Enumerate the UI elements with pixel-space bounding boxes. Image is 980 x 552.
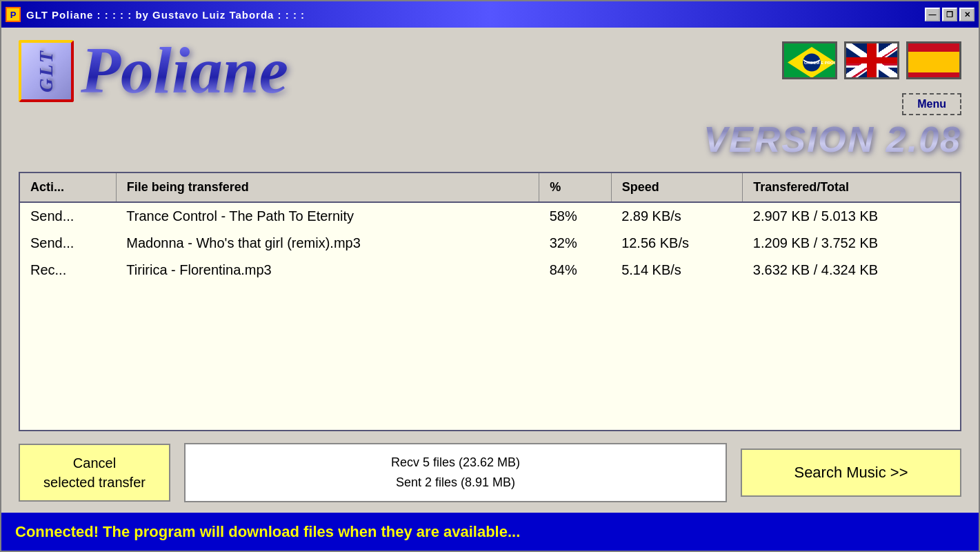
svg-rect-9 <box>869 43 879 79</box>
title-controls: — ❐ ✕ <box>925 8 974 21</box>
title-left: P GLT Poliane : : : : : by Gustavo Luiz … <box>6 7 305 22</box>
status-bar: Connected! The program will download fil… <box>1 513 979 551</box>
app-window: P GLT Poliane : : : : : by Gustavo Luiz … <box>0 0 980 552</box>
cell-speed: 5.14 KB/s <box>611 257 743 284</box>
cell-file: Tiririca - Florentina.mp3 <box>116 257 539 284</box>
svg-line-8 <box>846 43 899 79</box>
main-content: GLT Poliane ORDEM E PROGRESSO <box>1 28 979 513</box>
transfer-tbody: Send...Trance Control - The Path To Eter… <box>20 202 960 284</box>
svg-rect-11 <box>871 43 877 79</box>
cell-transferred: 3.632 KB / 4.324 KB <box>743 257 960 284</box>
cell-percent: 32% <box>539 230 611 257</box>
col-percent: % <box>539 173 611 202</box>
svg-rect-19 <box>930 58 932 67</box>
cell-speed: 12.56 KB/s <box>611 230 743 257</box>
search-music-button[interactable]: Search Music >> <box>741 448 961 497</box>
brazil-flag-button[interactable]: ORDEM E PROGRESSO <box>782 41 837 79</box>
svg-rect-18 <box>923 58 925 67</box>
svg-point-17 <box>923 59 932 67</box>
cell-percent: 58% <box>539 202 611 230</box>
poliane-logo: Poliane <box>81 38 288 103</box>
cell-file: Trance Control - The Path To Eternity <box>116 202 539 230</box>
spain-flag-button[interactable] <box>906 41 961 79</box>
transfer-table-container: Acti... File being transfered % Speed Tr… <box>19 172 961 431</box>
cell-action: Send... <box>20 230 116 257</box>
svg-line-7 <box>846 43 899 79</box>
svg-rect-14 <box>908 52 961 72</box>
close-button[interactable]: ✕ <box>959 8 974 21</box>
transfer-table: Acti... File being transfered % Speed Tr… <box>20 173 960 284</box>
svg-rect-15 <box>908 43 961 52</box>
glt-badge: GLT <box>19 40 74 102</box>
bottom-area: Cancel selected transfer Recv 5 files (2… <box>19 440 961 506</box>
cell-speed: 2.89 KB/s <box>611 202 743 230</box>
uk-flag-button[interactable] <box>844 41 899 79</box>
table-row[interactable]: Send...Trance Control - The Path To Eter… <box>20 202 960 230</box>
flags-area: ORDEM E PROGRESSO <box>782 41 961 79</box>
title-bar: P GLT Poliane : : : : : by Gustavo Luiz … <box>1 1 979 28</box>
version-label: VERSION 2.08 <box>703 119 961 160</box>
svg-rect-12 <box>846 59 899 66</box>
title-icon: P <box>6 7 21 22</box>
cell-transferred: 1.209 KB / 3.752 KB <box>743 230 960 257</box>
svg-line-5 <box>846 43 899 79</box>
col-transferred: Transfered/Total <box>743 173 960 202</box>
table-row[interactable]: Send...Madonna - Who's that girl (remix)… <box>20 230 960 257</box>
svg-line-6 <box>846 43 899 79</box>
restore-button[interactable]: ❐ <box>942 8 957 21</box>
col-action: Acti... <box>20 173 116 202</box>
col-file: File being transfered <box>116 173 539 202</box>
logo-area: GLT Poliane <box>19 38 288 103</box>
minimize-button[interactable]: — <box>925 8 940 21</box>
table-row[interactable]: Rec...Tiririca - Florentina.mp384%5.14 K… <box>20 257 960 284</box>
cell-percent: 84% <box>539 257 611 284</box>
cell-action: Rec... <box>20 257 116 284</box>
sent-stat: Sent 2 files (8.91 MB) <box>206 473 705 493</box>
menu-button[interactable]: Menu <box>902 93 961 115</box>
svg-text:ORDEM E PROGRESSO: ORDEM E PROGRESSO <box>804 61 837 65</box>
right-header: ORDEM E PROGRESSO <box>703 38 961 160</box>
recv-stat: Recv 5 files (23.62 MB) <box>206 453 705 473</box>
svg-rect-10 <box>846 57 899 68</box>
table-header-row: Acti... File being transfered % Speed Tr… <box>20 173 960 202</box>
stats-box: Recv 5 files (23.62 MB) Sent 2 files (8.… <box>184 443 727 502</box>
col-speed: Speed <box>611 173 743 202</box>
cell-action: Send... <box>20 202 116 230</box>
svg-rect-16 <box>908 72 961 79</box>
status-text: Connected! The program will download fil… <box>15 523 520 541</box>
cancel-transfer-button[interactable]: Cancel selected transfer <box>19 444 170 502</box>
cell-transferred: 2.907 KB / 5.013 KB <box>743 202 960 230</box>
header-area: GLT Poliane ORDEM E PROGRESSO <box>19 38 961 160</box>
svg-rect-4 <box>846 43 899 79</box>
cell-file: Madonna - Who's that girl (remix).mp3 <box>116 230 539 257</box>
title-text: GLT Poliane : : : : : by Gustavo Luiz Ta… <box>26 9 305 21</box>
